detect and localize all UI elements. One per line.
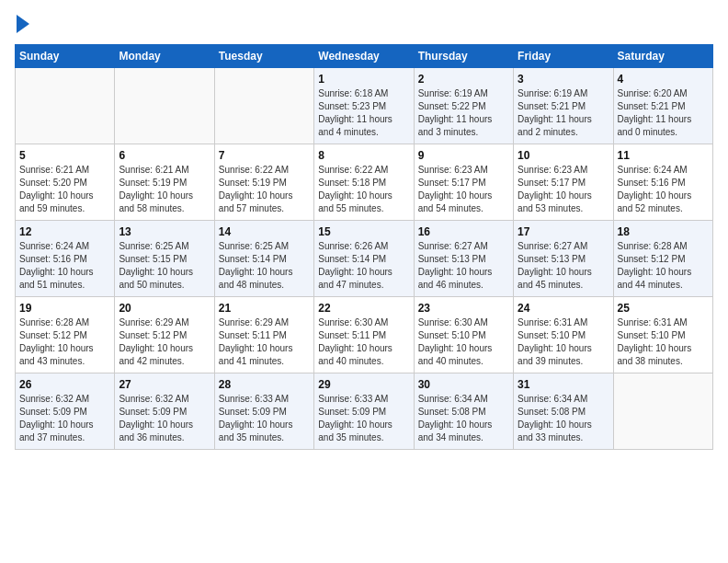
weekday-header-wednesday: Wednesday	[314, 45, 414, 68]
day-info: Sunrise: 6:25 AM Sunset: 5:14 PM Dayligh…	[219, 240, 310, 292]
day-number: 23	[418, 302, 509, 315]
day-info: Sunrise: 6:22 AM Sunset: 5:19 PM Dayligh…	[219, 164, 310, 215]
calendar-cell: 11Sunrise: 6:24 AM Sunset: 5:16 PM Dayli…	[613, 144, 712, 221]
calendar-cell: 27Sunrise: 6:32 AM Sunset: 5:09 PM Dayli…	[115, 373, 214, 450]
day-number: 5	[19, 149, 110, 162]
day-number: 15	[318, 225, 409, 238]
calendar-cell: 22Sunrise: 6:30 AM Sunset: 5:11 PM Dayli…	[314, 297, 414, 373]
day-info: Sunrise: 6:34 AM Sunset: 5:08 PM Dayligh…	[418, 393, 509, 444]
day-info: Sunrise: 6:19 AM Sunset: 5:22 PM Dayligh…	[418, 87, 509, 139]
day-info: Sunrise: 6:33 AM Sunset: 5:09 PM Dayligh…	[219, 393, 310, 444]
logo-arrow-icon	[17, 15, 29, 33]
calendar-cell: 29Sunrise: 6:33 AM Sunset: 5:09 PM Dayli…	[314, 373, 414, 450]
day-number: 27	[119, 378, 210, 391]
weekday-header-saturday: Saturday	[613, 45, 712, 68]
day-number: 10	[518, 149, 609, 162]
day-info: Sunrise: 6:32 AM Sunset: 5:09 PM Dayligh…	[119, 393, 210, 444]
day-info: Sunrise: 6:27 AM Sunset: 5:13 PM Dayligh…	[418, 240, 509, 292]
calendar-cell: 7Sunrise: 6:22 AM Sunset: 5:19 PM Daylig…	[214, 144, 313, 221]
calendar-week-3: 12Sunrise: 6:24 AM Sunset: 5:16 PM Dayli…	[16, 221, 713, 297]
weekday-header-friday: Friday	[514, 45, 613, 68]
calendar-table: SundayMondayTuesdayWednesdayThursdayFrid…	[15, 44, 713, 450]
calendar-cell: 30Sunrise: 6:34 AM Sunset: 5:08 PM Dayli…	[414, 373, 513, 450]
calendar-cell: 2Sunrise: 6:19 AM Sunset: 5:22 PM Daylig…	[414, 68, 513, 144]
day-info: Sunrise: 6:30 AM Sunset: 5:10 PM Dayligh…	[418, 316, 509, 368]
day-number: 17	[518, 225, 609, 238]
calendar-cell: 1Sunrise: 6:18 AM Sunset: 5:23 PM Daylig…	[314, 68, 414, 144]
day-number: 16	[418, 225, 509, 238]
calendar-cell: 9Sunrise: 6:23 AM Sunset: 5:17 PM Daylig…	[414, 144, 513, 221]
calendar-cell: 4Sunrise: 6:20 AM Sunset: 5:21 PM Daylig…	[613, 68, 712, 144]
calendar-cell: 31Sunrise: 6:34 AM Sunset: 5:08 PM Dayli…	[514, 373, 613, 450]
day-info: Sunrise: 6:22 AM Sunset: 5:18 PM Dayligh…	[318, 164, 409, 215]
day-info: Sunrise: 6:25 AM Sunset: 5:15 PM Dayligh…	[119, 240, 210, 292]
day-number: 12	[19, 225, 110, 238]
weekday-header-monday: Monday	[115, 45, 214, 68]
calendar-cell: 10Sunrise: 6:23 AM Sunset: 5:17 PM Dayli…	[514, 144, 613, 221]
weekday-header-thursday: Thursday	[414, 45, 513, 68]
day-info: Sunrise: 6:30 AM Sunset: 5:11 PM Dayligh…	[318, 316, 409, 368]
calendar-cell	[16, 68, 115, 144]
calendar-cell: 28Sunrise: 6:33 AM Sunset: 5:09 PM Dayli…	[214, 373, 313, 450]
day-number: 8	[318, 149, 409, 162]
calendar-week-4: 19Sunrise: 6:28 AM Sunset: 5:12 PM Dayli…	[16, 297, 713, 373]
calendar-cell: 5Sunrise: 6:21 AM Sunset: 5:20 PM Daylig…	[16, 144, 115, 221]
calendar-cell: 20Sunrise: 6:29 AM Sunset: 5:12 PM Dayli…	[115, 297, 214, 373]
day-number: 1	[318, 73, 409, 86]
calendar-cell: 26Sunrise: 6:32 AM Sunset: 5:09 PM Dayli…	[16, 373, 115, 450]
day-info: Sunrise: 6:28 AM Sunset: 5:12 PM Dayligh…	[19, 316, 110, 368]
day-info: Sunrise: 6:20 AM Sunset: 5:21 PM Dayligh…	[618, 87, 709, 139]
day-info: Sunrise: 6:29 AM Sunset: 5:11 PM Dayligh…	[219, 316, 310, 368]
calendar-cell: 12Sunrise: 6:24 AM Sunset: 5:16 PM Dayli…	[16, 221, 115, 297]
day-info: Sunrise: 6:23 AM Sunset: 5:17 PM Dayligh…	[418, 164, 509, 215]
day-info: Sunrise: 6:23 AM Sunset: 5:17 PM Dayligh…	[518, 164, 609, 215]
day-number: 9	[418, 149, 509, 162]
day-info: Sunrise: 6:31 AM Sunset: 5:10 PM Dayligh…	[518, 316, 609, 368]
weekday-header-tuesday: Tuesday	[214, 45, 313, 68]
calendar-cell: 24Sunrise: 6:31 AM Sunset: 5:10 PM Dayli…	[514, 297, 613, 373]
calendar-cell: 18Sunrise: 6:28 AM Sunset: 5:12 PM Dayli…	[613, 221, 712, 297]
logo	[15, 15, 29, 33]
day-info: Sunrise: 6:32 AM Sunset: 5:09 PM Dayligh…	[19, 393, 110, 444]
calendar-cell: 16Sunrise: 6:27 AM Sunset: 5:13 PM Dayli…	[414, 221, 513, 297]
day-number: 19	[19, 302, 110, 315]
day-number: 25	[618, 302, 709, 315]
day-number: 30	[418, 378, 509, 391]
calendar-cell: 17Sunrise: 6:27 AM Sunset: 5:13 PM Dayli…	[514, 221, 613, 297]
day-info: Sunrise: 6:24 AM Sunset: 5:16 PM Dayligh…	[618, 164, 709, 215]
day-number: 28	[219, 378, 310, 391]
day-info: Sunrise: 6:26 AM Sunset: 5:14 PM Dayligh…	[318, 240, 409, 292]
day-info: Sunrise: 6:28 AM Sunset: 5:12 PM Dayligh…	[618, 240, 709, 292]
day-info: Sunrise: 6:18 AM Sunset: 5:23 PM Dayligh…	[318, 87, 409, 139]
day-info: Sunrise: 6:33 AM Sunset: 5:09 PM Dayligh…	[318, 393, 409, 444]
day-number: 2	[418, 73, 509, 86]
page-header	[15, 15, 713, 33]
day-number: 3	[518, 73, 609, 86]
day-number: 14	[219, 225, 310, 238]
calendar-cell	[214, 68, 313, 144]
day-info: Sunrise: 6:21 AM Sunset: 5:20 PM Dayligh…	[19, 164, 110, 215]
day-number: 4	[618, 73, 709, 86]
calendar-week-5: 26Sunrise: 6:32 AM Sunset: 5:09 PM Dayli…	[16, 373, 713, 450]
calendar-cell: 6Sunrise: 6:21 AM Sunset: 5:19 PM Daylig…	[115, 144, 214, 221]
calendar-header: SundayMondayTuesdayWednesdayThursdayFrid…	[16, 45, 713, 68]
calendar-cell	[613, 373, 712, 450]
day-number: 20	[119, 302, 210, 315]
day-info: Sunrise: 6:34 AM Sunset: 5:08 PM Dayligh…	[518, 393, 609, 444]
calendar-cell: 23Sunrise: 6:30 AM Sunset: 5:10 PM Dayli…	[414, 297, 513, 373]
day-info: Sunrise: 6:21 AM Sunset: 5:19 PM Dayligh…	[119, 164, 210, 215]
calendar-week-1: 1Sunrise: 6:18 AM Sunset: 5:23 PM Daylig…	[16, 68, 713, 144]
day-number: 7	[219, 149, 310, 162]
calendar-cell: 21Sunrise: 6:29 AM Sunset: 5:11 PM Dayli…	[214, 297, 313, 373]
calendar-cell	[115, 68, 214, 144]
day-info: Sunrise: 6:29 AM Sunset: 5:12 PM Dayligh…	[119, 316, 210, 368]
day-number: 26	[19, 378, 110, 391]
day-number: 18	[618, 225, 709, 238]
day-number: 13	[119, 225, 210, 238]
calendar-cell: 25Sunrise: 6:31 AM Sunset: 5:10 PM Dayli…	[613, 297, 712, 373]
day-number: 21	[219, 302, 310, 315]
day-number: 29	[318, 378, 409, 391]
day-number: 24	[518, 302, 609, 315]
calendar-cell: 13Sunrise: 6:25 AM Sunset: 5:15 PM Dayli…	[115, 221, 214, 297]
calendar-cell: 15Sunrise: 6:26 AM Sunset: 5:14 PM Dayli…	[314, 221, 414, 297]
